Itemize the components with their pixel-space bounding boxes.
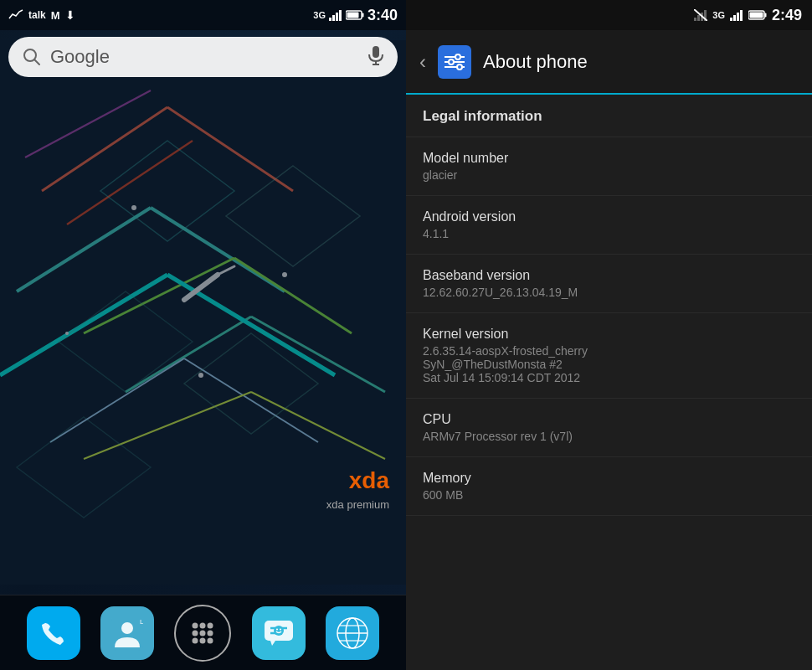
legal-information-label: Legal information xyxy=(423,108,795,125)
memory-item[interactable]: Memory 600 MB xyxy=(406,457,812,516)
model-number-item[interactable]: Model number glacier xyxy=(406,137,812,196)
svg-rect-70 xyxy=(730,18,732,21)
android-version-item[interactable]: Android version 4.1.1 xyxy=(406,196,812,255)
android-version-value: 4.1.1 xyxy=(423,227,795,240)
svg-point-47 xyxy=(200,630,206,636)
svg-point-57 xyxy=(276,628,278,630)
svg-point-50 xyxy=(200,637,206,643)
signal-icon-left xyxy=(329,9,342,21)
svg-point-31 xyxy=(198,373,203,378)
xda-watermark: xda xyxy=(349,467,389,494)
svg-point-32 xyxy=(65,332,69,335)
xda-premium-label: xda premium xyxy=(326,498,389,511)
search-bar[interactable]: Google xyxy=(8,37,398,77)
back-button[interactable]: ‹ xyxy=(419,50,426,74)
android-version-label: Android version xyxy=(423,209,795,224)
mic-icon[interactable] xyxy=(367,45,384,70)
legal-information-item[interactable]: Legal information xyxy=(406,95,812,137)
svg-rect-72 xyxy=(737,13,739,21)
svg-point-58 xyxy=(280,628,281,630)
model-number-value: glacier xyxy=(423,168,795,182)
baseband-version-value: 12.62.60.27U_26.13.04.19_M xyxy=(423,286,795,299)
svg-point-78 xyxy=(455,54,460,59)
memory-label: Memory xyxy=(423,471,795,486)
svg-point-82 xyxy=(457,64,462,70)
status-icons-left: talk M ⬇ xyxy=(8,8,75,22)
svg-rect-76 xyxy=(749,13,763,18)
svg-marker-53 xyxy=(270,641,275,646)
cpu-item[interactable]: CPU ARMv7 Processor rev 1 (v7l) xyxy=(406,399,812,457)
svg-rect-65 xyxy=(694,18,696,21)
battery-icon-left xyxy=(346,10,364,20)
settings-sliders-icon xyxy=(443,52,466,72)
talk-icon: talk xyxy=(28,9,46,21)
svg-rect-5 xyxy=(362,13,363,18)
svg-rect-66 xyxy=(697,15,700,21)
battery-icon-right xyxy=(748,10,767,20)
baseband-version-item[interactable]: Baseband version 12.62.60.27U_26.13.04.1… xyxy=(406,255,812,313)
download-icon: ⬇ xyxy=(65,8,75,22)
svg-rect-75 xyxy=(764,13,766,18)
svg-point-46 xyxy=(193,630,198,636)
svg-point-43 xyxy=(193,622,198,628)
svg-point-44 xyxy=(200,622,206,628)
messages-icon xyxy=(264,620,294,647)
search-icon xyxy=(22,47,42,67)
network-label-right: 3G xyxy=(712,10,725,20)
status-bar-right: 3G 2:49 xyxy=(406,0,812,30)
svg-point-56 xyxy=(274,626,284,636)
dock-browser[interactable] xyxy=(326,606,379,660)
settings-list[interactable]: Legal information Model number glacier A… xyxy=(406,95,812,670)
about-phone-title: About phone xyxy=(483,51,588,73)
chart-icon xyxy=(8,8,23,22)
dock-messages[interactable] xyxy=(252,606,306,660)
model-number-label: Model number xyxy=(423,151,795,166)
svg-rect-2 xyxy=(336,13,338,21)
left-panel: talk M ⬇ 3G 3:40 xyxy=(0,0,406,670)
svg-rect-73 xyxy=(740,10,743,21)
svg-point-41 xyxy=(121,622,133,634)
network-label-left: 3G xyxy=(313,10,326,20)
signal-muted-icon xyxy=(694,9,707,21)
apps-grid-icon xyxy=(188,618,218,648)
svg-rect-1 xyxy=(332,15,335,21)
svg-point-80 xyxy=(449,59,454,64)
browser-icon xyxy=(336,616,369,650)
svg-text:LARA: LARA xyxy=(140,618,143,626)
svg-rect-6 xyxy=(347,13,358,18)
time-left: 3:40 xyxy=(367,7,398,24)
svg-point-45 xyxy=(208,622,213,628)
about-phone-header: ‹ About phone xyxy=(406,30,812,95)
signal-icon-right xyxy=(730,9,743,21)
right-panel: 3G 2:49 ‹ About phone xyxy=(406,0,812,670)
dock-phone[interactable] xyxy=(27,606,80,660)
svg-rect-3 xyxy=(339,10,342,21)
svg-point-30 xyxy=(282,272,287,277)
time-right: 2:49 xyxy=(772,7,802,24)
svg-rect-71 xyxy=(733,15,736,21)
status-bar-left: talk M ⬇ 3G 3:40 xyxy=(0,0,406,30)
wallpaper: Google xda xda premium xyxy=(0,30,406,595)
about-phone-icon-box xyxy=(438,45,471,79)
dock-contacts[interactable]: LARA xyxy=(100,606,154,660)
kernel-version-item[interactable]: Kernel version 2.6.35.14-aospX-frosted_c… xyxy=(406,313,812,399)
memory-value: 600 MB xyxy=(423,488,795,502)
svg-rect-0 xyxy=(329,18,331,21)
cpu-value: ARMv7 Processor rev 1 (v7l) xyxy=(423,430,795,443)
cpu-label: CPU xyxy=(423,412,795,427)
svg-line-36 xyxy=(34,59,39,64)
status-right-left: 3G 3:40 xyxy=(313,7,398,24)
google-label: Google xyxy=(50,46,359,68)
svg-point-51 xyxy=(208,637,213,643)
kernel-version-value: 2.6.35.14-aospX-frosted_cherry SyN_@TheD… xyxy=(423,344,795,384)
gmail-icon: M xyxy=(51,9,60,22)
svg-point-29 xyxy=(131,205,136,210)
dock-apps-grid[interactable] xyxy=(174,605,231,662)
svg-point-48 xyxy=(208,630,213,636)
svg-point-49 xyxy=(193,637,198,643)
phone-icon xyxy=(40,620,67,647)
svg-rect-37 xyxy=(373,46,379,58)
dock-bar: LARA xyxy=(0,595,406,670)
baseband-version-label: Baseband version xyxy=(423,268,795,283)
kernel-version-label: Kernel version xyxy=(423,327,795,342)
